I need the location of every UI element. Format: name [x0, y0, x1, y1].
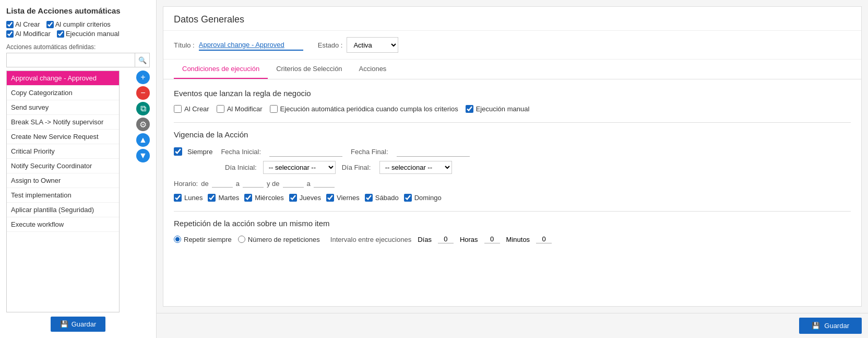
- y-label: y de: [267, 180, 280, 188]
- day-martes-input[interactable]: [208, 194, 216, 202]
- dia-final-label: Día Final:: [342, 164, 373, 171]
- copy-button[interactable]: ⧉: [136, 102, 150, 115]
- add-button[interactable]: +: [136, 71, 150, 84]
- day-miercoles-input[interactable]: [244, 194, 252, 202]
- fecha-final-label: Fecha Final:: [351, 148, 388, 156]
- repeticion-title: Repetición de la acción sobre un mismo i…: [174, 219, 851, 228]
- list-item[interactable]: Assign to Owner: [7, 173, 119, 188]
- eventos-title: Eventos que lanzan la regla de negocio: [174, 89, 851, 98]
- dia-final-select[interactable]: -- seleccionar --: [379, 161, 452, 174]
- siempre-content: Siempre Fecha Inicial: Fecha Final: Día …: [187, 146, 470, 179]
- siempre-top: Siempre Fecha Inicial: Fecha Final:: [187, 146, 470, 157]
- day-jueves[interactable]: Jueves: [289, 194, 321, 202]
- minutos-input[interactable]: [536, 235, 552, 243]
- day-jueves-input[interactable]: [289, 194, 297, 202]
- save-icon-right: 💾: [812, 322, 820, 330]
- checkbox-al-crear-input[interactable]: [6, 21, 14, 28]
- evento-manual[interactable]: Ejecución manual: [466, 105, 530, 113]
- list-item[interactable]: Execute workflow: [7, 217, 119, 232]
- day-viernes-input[interactable]: [326, 194, 334, 202]
- siempre-checkbox[interactable]: [174, 147, 182, 156]
- list-item[interactable]: Critical Priority: [7, 144, 119, 159]
- siempre-label: Siempre: [187, 148, 212, 156]
- day-sabado[interactable]: Sábado: [365, 194, 399, 202]
- datos-generales-title: Datos Generales: [163, 7, 861, 31]
- checkbox-al-modificar[interactable]: Al Modificar: [6, 30, 51, 38]
- evento-manual-input[interactable]: [466, 105, 473, 113]
- search-row: 🔍: [6, 53, 150, 67]
- dias-input[interactable]: [438, 235, 454, 243]
- radio-repetir-siempre[interactable]: Repetir siempre: [174, 236, 232, 243]
- right-inner: Datos Generales Título : Estado : Activa…: [163, 6, 862, 307]
- checkbox-al-cumplir-input[interactable]: [46, 21, 54, 28]
- checkbox-al-crear[interactable]: Al Crear: [6, 20, 40, 28]
- dia-inicial-label: Día Inicial:: [225, 164, 257, 171]
- save-button-left[interactable]: 💾 Guardar: [51, 317, 106, 332]
- move-up-button[interactable]: ▲: [136, 133, 150, 147]
- titulo-input[interactable]: [199, 40, 303, 51]
- day-sabado-input[interactable]: [365, 194, 373, 202]
- list-item[interactable]: Send survey: [7, 100, 119, 115]
- list-item[interactable]: Notify Security Coordinator: [7, 159, 119, 173]
- day-viernes[interactable]: Viernes: [326, 194, 360, 202]
- radio-numero-repeticiones[interactable]: Número de repeticiones: [238, 236, 320, 243]
- list-item[interactable]: Test implementation: [7, 188, 119, 203]
- horas-input[interactable]: [484, 235, 500, 243]
- list-item[interactable]: Copy Categorization: [7, 86, 119, 100]
- days-row: Lunes Martes Miércoles Jueves Viernes: [174, 194, 851, 202]
- list-item[interactable]: Create New Service Request: [7, 130, 119, 144]
- horario-label: Horario:: [174, 180, 198, 188]
- fecha-final-input[interactable]: [397, 146, 470, 157]
- tab-content: Eventos que lanzan la regla de negocio A…: [163, 79, 861, 306]
- day-domingo[interactable]: Domingo: [404, 194, 442, 202]
- hora-fin-field[interactable]: [243, 179, 264, 188]
- day-miercoles[interactable]: Miércoles: [244, 194, 284, 202]
- day-lunes[interactable]: Lunes: [174, 194, 203, 202]
- checkbox-al-modificar-input[interactable]: [6, 30, 14, 38]
- save-icon: 💾: [60, 320, 68, 328]
- left-panel-title: Lista de Acciones automáticas: [6, 6, 150, 15]
- evento-al-modificar[interactable]: Al Modificar: [217, 105, 263, 113]
- checkbox-ejecucion-manual[interactable]: Ejecución manual: [57, 30, 120, 38]
- search-input[interactable]: [6, 53, 135, 67]
- checkbox-ejecucion-manual-input[interactable]: [57, 30, 64, 38]
- vigencia-title: Vigencia de la Acción: [174, 130, 851, 139]
- search-button[interactable]: 🔍: [135, 53, 150, 67]
- evento-periodica-input[interactable]: [270, 105, 278, 113]
- settings-button[interactable]: ⚙: [136, 118, 150, 131]
- right-panel: Datos Generales Título : Estado : Activa…: [157, 0, 868, 338]
- filter-checkboxes-row2: Al Modificar Ejecución manual: [6, 30, 150, 38]
- save-button-right[interactable]: 💾 Guardar: [799, 318, 862, 334]
- evento-al-crear[interactable]: Al Crear: [174, 105, 209, 113]
- evento-al-modificar-input[interactable]: [217, 105, 224, 113]
- a2-label: a: [307, 180, 311, 188]
- siempre-row: Siempre Fecha Inicial: Fecha Final: Día …: [174, 146, 851, 179]
- remove-button[interactable]: −: [136, 86, 150, 100]
- day-lunes-input[interactable]: [174, 194, 182, 202]
- fecha-inicial-input[interactable]: [269, 146, 342, 157]
- tab-acciones[interactable]: Acciones: [351, 60, 395, 79]
- radio-repetir-siempre-input[interactable]: [174, 236, 181, 243]
- hora-inicio-field[interactable]: [212, 179, 233, 188]
- tab-condiciones[interactable]: Condiciones de ejecución: [174, 60, 268, 79]
- move-down-button[interactable]: ▼: [136, 149, 150, 162]
- estado-select[interactable]: Activa Inactiva: [347, 37, 398, 53]
- horario-row: Horario: de a y de a: [174, 179, 851, 188]
- actions-list: Approval change - Approved Copy Categori…: [6, 71, 120, 312]
- evento-al-crear-input[interactable]: [174, 105, 182, 113]
- dia-inicial-select[interactable]: -- seleccionar --: [263, 161, 336, 174]
- left-panel: Lista de Acciones automáticas Al Crear A…: [0, 0, 157, 338]
- list-item[interactable]: Approval change - Approved: [7, 71, 119, 86]
- hora-inicio2-field[interactable]: [283, 179, 304, 188]
- tab-criterios[interactable]: Criterios de Selección: [268, 60, 350, 79]
- de-label: de: [201, 180, 208, 188]
- list-item[interactable]: Break SLA -> Notify supervisor: [7, 115, 119, 130]
- day-domingo-input[interactable]: [404, 194, 412, 202]
- hora-fin2-field[interactable]: [314, 179, 335, 188]
- evento-periodica[interactable]: Ejecución automática periódica cuando cu…: [270, 105, 458, 113]
- day-martes[interactable]: Martes: [208, 194, 239, 202]
- radio-numero-repeticiones-input[interactable]: [238, 236, 245, 243]
- checkbox-al-cumplir[interactable]: Al cumplir criterios: [46, 20, 111, 28]
- titulo-label: Título :: [174, 41, 195, 49]
- list-item[interactable]: Aplicar plantilla (Seguridad): [7, 203, 119, 217]
